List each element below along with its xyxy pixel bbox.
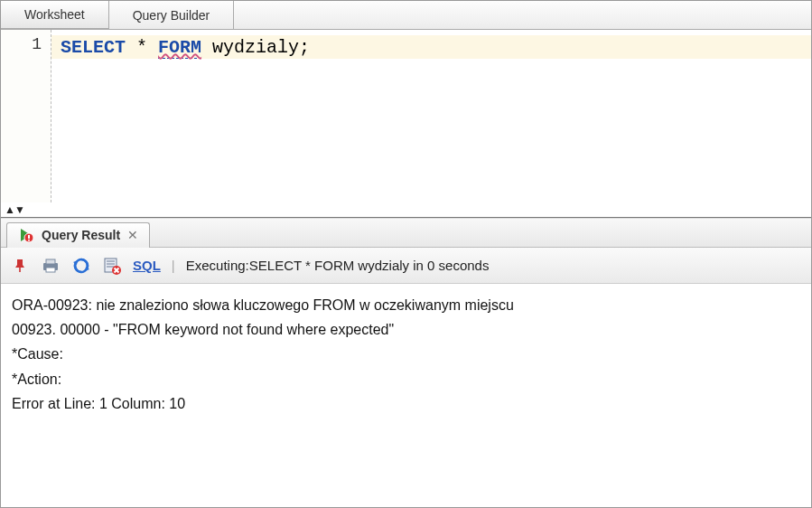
token-star: * — [136, 37, 147, 58]
keyword-select: SELECT — [61, 37, 126, 58]
query-result-icon — [16, 225, 36, 245]
error-line: 00923. 00000 - "FROM keyword not found w… — [12, 317, 800, 342]
svg-rect-2 — [28, 235, 30, 239]
svg-rect-6 — [46, 259, 55, 264]
keyword-form-error: FORM — [158, 37, 201, 59]
refresh-icon[interactable] — [71, 256, 91, 276]
svg-rect-4 — [19, 268, 21, 272]
token-semicolon: ; — [299, 37, 310, 58]
error-line: *Cause: — [12, 342, 800, 366]
error-output[interactable]: ORA-00923: nie znaleziono słowa kluczowe… — [1, 284, 811, 507]
tab-worksheet[interactable]: Worksheet — [1, 1, 109, 29]
sql-code[interactable]: SELECT * FORM wydzialy; — [51, 30, 811, 202]
editor-tabs: Worksheet Query Builder — [1, 1, 811, 30]
result-tab-label: Query Result — [42, 228, 120, 242]
tab-query-result[interactable]: Query Result ✕ — [6, 222, 150, 248]
execution-status: Executing:SELECT * FORM wydzialy in 0 se… — [186, 258, 490, 273]
pane-resize-grip[interactable]: ▲▼ — [1, 202, 811, 217]
close-icon[interactable]: ✕ — [126, 228, 140, 242]
toolbar-separator: | — [172, 258, 175, 273]
grip-indicator-icon: ▲▼ — [5, 204, 24, 215]
line-gutter: 1 — [1, 30, 51, 202]
svg-rect-3 — [28, 240, 30, 241]
code-line-1: SELECT * FORM wydzialy; — [61, 35, 802, 61]
line-number: 1 — [1, 35, 42, 53]
result-tab-bar: Query Result ✕ — [1, 219, 811, 248]
error-line: Error at Line: 1 Column: 10 — [12, 391, 800, 416]
result-pane: Query Result ✕ — [1, 218, 811, 507]
editor-area[interactable]: 1 SELECT * FORM wydzialy; — [1, 30, 811, 202]
svg-rect-7 — [46, 268, 55, 272]
tab-query-builder[interactable]: Query Builder — [109, 1, 235, 29]
print-icon[interactable] — [41, 256, 61, 276]
error-line: *Action: — [12, 367, 800, 391]
cancel-query-icon[interactable] — [102, 256, 122, 276]
pin-icon[interactable] — [10, 256, 30, 276]
token-table: wydzialy — [212, 37, 299, 58]
editor-pane: Worksheet Query Builder 1 SELECT * FORM … — [1, 1, 811, 218]
sql-link[interactable]: SQL — [133, 258, 161, 273]
error-line: ORA-00923: nie znaleziono słowa kluczowe… — [12, 293, 800, 317]
result-toolbar: SQL | Executing:SELECT * FORM wydzialy i… — [1, 248, 811, 284]
